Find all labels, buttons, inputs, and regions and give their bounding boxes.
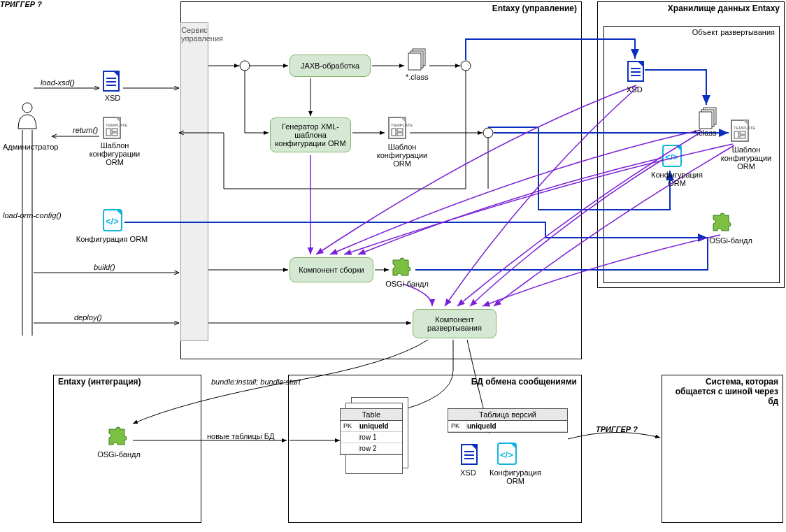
call-bundle: bundle:install; bundle:start — [211, 378, 301, 386]
admin-actor-icon — [18, 103, 36, 129]
admin-label: Администратор — [3, 143, 52, 151]
orm-config-icon — [103, 210, 122, 231]
container-title: Система, которая общается с шиной через … — [666, 377, 778, 406]
call-load-xsd: load-xsd() — [41, 78, 75, 87]
osgi-label: OSGi-бандл — [699, 236, 762, 245]
table-versions: Таблица версий PKuniqueId — [448, 408, 568, 433]
call-trigger: ТРИГГЕР ? — [596, 425, 638, 433]
uniqueid-label: uniqueId — [359, 422, 389, 430]
xsd-label: XSD — [627, 85, 643, 94]
pk-label: PK — [343, 422, 359, 430]
template-label: Шаблон конфигурации ORM — [371, 143, 434, 168]
orm-config-label: Конфигурация ORM — [484, 468, 547, 485]
call-trigger: ТРИГГЕР ? — [0, 0, 42, 8]
template-label: Шаблон конфигурации ORM — [715, 145, 778, 171]
component-label: JAXB-обработка — [301, 62, 359, 70]
table-header: Table — [341, 409, 402, 421]
call-load-orm: load-orm-config() — [3, 211, 62, 220]
component-jaxb: JAXB-обработка — [290, 55, 371, 77]
service-management-column: Сервис управления — [180, 22, 208, 341]
container-entaxy-management: Entaxy (управление) — [180, 1, 582, 359]
table-stack-front: Table PKuniqueId row 1 row 2 — [340, 408, 403, 455]
xsd-label: XSD — [460, 468, 476, 477]
container-title: Entaxy (управление) — [492, 3, 577, 13]
xsd-icon — [103, 71, 119, 91]
pk-label: PK — [451, 422, 467, 430]
container-title: БД обмена сообщениями — [471, 377, 577, 387]
container-title: Хранилище данных Entaxy — [668, 3, 780, 13]
component-label: Генератор XML-шаблона конфигурации ORM — [272, 122, 349, 148]
osgi-label: OSGi-бандл — [91, 450, 147, 459]
container-storage: Хранилище данных Entaxy Объект развертыв… — [597, 1, 785, 288]
component-xml-generator: Генератор XML-шаблона конфигурации ORM — [270, 117, 351, 152]
component-label: Компонент сборки — [299, 266, 364, 274]
component-assembler: Компонент сборки — [290, 257, 373, 282]
container-title: Entaxy (интеграция) — [58, 377, 141, 387]
call-new-tables: новые таблицы БД — [207, 432, 274, 440]
call-build: build() — [94, 263, 115, 271]
class-label: *.class — [694, 129, 716, 137]
row1-label: row 1 — [359, 433, 376, 441]
row2-label: row 2 — [359, 445, 376, 452]
uniqueid-label: uniqueId — [467, 422, 496, 430]
orm-config-label: Конфигурация ORM — [642, 171, 712, 187]
container-ext-system: Система, которая общается с шиной через … — [662, 375, 783, 523]
class-label: *.class — [406, 73, 428, 81]
versions-header: Таблица версий — [448, 409, 567, 421]
template-label: Шаблон конфигурации ORM — [87, 141, 143, 166]
template-icon — [103, 117, 127, 138]
container-msg-db: БД обмена сообщениями — [288, 375, 582, 523]
call-deploy: deploy() — [74, 313, 102, 322]
container-title: Объект развертывания — [692, 28, 775, 36]
orm-config-label: Конфигурация ORM — [70, 235, 154, 243]
call-return: return() — [73, 126, 98, 134]
container-entaxy-integration: Entaxy (интеграция) — [53, 375, 201, 523]
component-deployer: Компонент развертывания — [413, 309, 496, 338]
component-label: Компонент развертывания — [415, 315, 494, 332]
xsd-label: XSD — [102, 94, 123, 102]
osgi-label: OSGi-бандл — [379, 280, 435, 288]
